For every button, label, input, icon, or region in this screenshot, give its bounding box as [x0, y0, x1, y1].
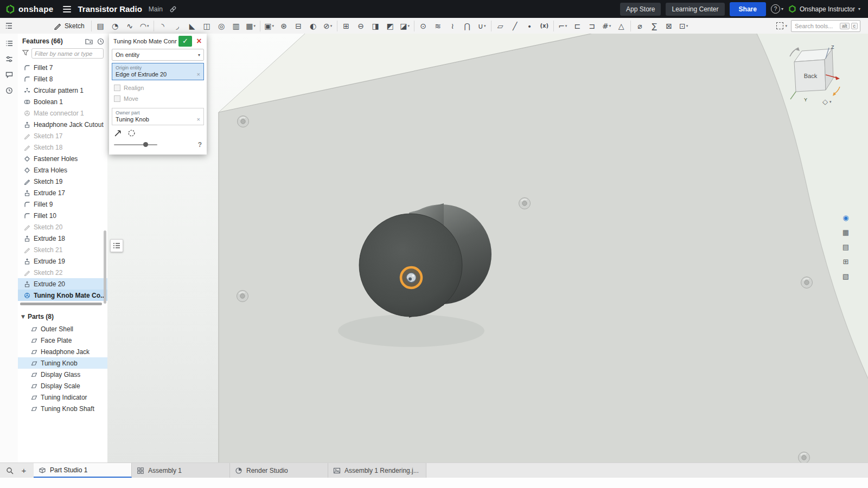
feature-item[interactable]: Sketch 20 [18, 221, 107, 233]
part-item[interactable]: Face Plate [18, 335, 107, 346]
hamburger-menu-icon[interactable] [63, 6, 71, 12]
configurations-panel-button[interactable] [4, 54, 15, 65]
replace-face-tool-icon[interactable]: ◩ [383, 20, 398, 33]
part-item[interactable]: Headphone Jack [18, 346, 107, 357]
transform-tool-icon[interactable]: ⊞ [339, 20, 354, 33]
sheet-metal-tab-tool-icon[interactable]: ⊐ [585, 20, 599, 33]
appearance-panel-icon[interactable]: ◉ [840, 211, 852, 224]
helix-tool-icon[interactable]: ≋ [431, 20, 445, 33]
plane-tool-icon[interactable]: ▱ [493, 20, 508, 33]
thicken-tool-icon[interactable]: ▦▾ [244, 20, 258, 33]
feature-tree-toggle-icon[interactable] [2, 20, 15, 33]
feature-item[interactable]: Mate connector 1 [18, 107, 107, 119]
point-tool-icon[interactable]: ∙ [522, 20, 537, 33]
named-views-panel-icon[interactable]: ▤ [840, 241, 852, 253]
feature-item[interactable]: Extrude 18 [18, 233, 107, 244]
document-tab[interactable]: Part Studio 1 [34, 463, 132, 478]
screw-hole[interactable] [799, 452, 810, 464]
variable-tool-icon[interactable]: (x) [537, 20, 552, 33]
feature-item[interactable]: Fastener Holes [18, 153, 107, 164]
display-states-panel-icon[interactable]: ▦ [840, 226, 852, 239]
share-link-icon[interactable] [169, 5, 177, 13]
entity-mode-dropdown[interactable]: On entity ▾ [112, 49, 204, 61]
plate-front-face[interactable] [219, 34, 868, 463]
rollback-history-icon[interactable] [97, 38, 104, 45]
feature-item[interactable]: Tuning Knob Mate Co... [18, 290, 107, 301]
feature-filter-input[interactable] [31, 48, 104, 59]
feature-item[interactable]: Headphone Jack Cutout [18, 119, 107, 130]
document-tab[interactable]: Render Studio [230, 463, 328, 478]
app-store-button[interactable]: App Store [620, 3, 661, 16]
extrude-tool-icon[interactable]: ▤ [93, 20, 108, 33]
axis-tool-icon[interactable]: ╱ [508, 20, 522, 33]
view-cube[interactable]: Back Z Y [786, 43, 842, 106]
mate-connector-highlight[interactable] [401, 267, 422, 288]
feature-item[interactable]: Sketch 21 [18, 244, 107, 255]
part-item[interactable]: Display Scale [18, 380, 107, 391]
add-tab-button[interactable]: + [18, 465, 29, 476]
move-face-tool-icon[interactable]: ◨ [368, 20, 383, 33]
feature-item[interactable]: Sketch 17 [18, 130, 107, 142]
marquee-select-button[interactable]: ▾ [776, 22, 787, 29]
rotate-axis-button[interactable] [127, 129, 136, 137]
chamfer-tool-icon[interactable]: ◞ [170, 20, 185, 33]
document-tab[interactable]: Assembly 1 [132, 463, 230, 478]
loft-tool-icon[interactable]: ◠▾ [137, 20, 152, 33]
workspace-name[interactable]: Main [149, 5, 163, 13]
configurations-panel-icon[interactable]: ⊞ [840, 255, 852, 268]
split-tool-icon[interactable]: ⊘▾ [321, 20, 335, 33]
share-button[interactable]: Share [730, 2, 766, 16]
circular-pattern-tool-icon[interactable]: ⊛ [277, 20, 291, 33]
confirm-button[interactable]: ✓ [178, 36, 192, 47]
model-viewport[interactable] [107, 34, 868, 463]
feature-item[interactable]: Fillet 7 [18, 62, 107, 73]
move-option[interactable]: Move [109, 93, 207, 104]
view-options-button[interactable]: ◇ ▾ [822, 98, 832, 106]
screw-hole[interactable] [238, 116, 249, 127]
mirror-tool-icon[interactable]: ⊟ [291, 20, 306, 33]
feature-item[interactable]: Extrude 17 [18, 187, 107, 198]
help-menu[interactable]: ? ▾ [771, 4, 783, 14]
sweep-tool-icon[interactable]: ∿ [123, 20, 137, 33]
part-item[interactable]: Tuning Indicator [18, 391, 107, 403]
projected-curve-tool-icon[interactable]: ⋂ [460, 20, 475, 33]
sheet-metal-model-tool-icon[interactable]: ⌐▾ [556, 20, 570, 33]
part-item[interactable]: Tuning Knob [18, 357, 107, 369]
realign-checkbox[interactable] [114, 85, 120, 91]
realign-option[interactable]: Realign [109, 82, 207, 93]
sketch-button[interactable]: Sketch [49, 21, 90, 31]
spline-tool-icon[interactable]: ≀ [445, 20, 460, 33]
feature-item[interactable]: Circular pattern 1 [18, 85, 107, 96]
search-tools-input[interactable] [794, 22, 838, 30]
composite-curve-tool-icon[interactable]: ∪▾ [475, 20, 489, 33]
feature-item[interactable]: Extrude 20 [18, 278, 107, 290]
owner-part-field[interactable]: Owner part Tuning Knob × [112, 108, 204, 125]
cancel-button[interactable]: × [194, 36, 205, 47]
rib-tool-icon[interactable]: ▥ [229, 20, 244, 33]
graphics-area[interactable]: Back Z Y ◇ ▾ ◉▦▤⊞▧ Tuning Knob Mate Conn… [107, 34, 868, 463]
move-checkbox[interactable] [114, 95, 120, 102]
delete-part-tool-icon[interactable]: ⊖ [354, 20, 368, 33]
flange-tool-icon[interactable]: ⊏ [570, 20, 585, 33]
measure-tool-icon[interactable]: ⌀ [633, 20, 647, 33]
create-folder-icon[interactable] [85, 38, 93, 45]
linear-pattern-tool-icon[interactable]: ▣▾ [262, 20, 277, 33]
offset-surface-tool-icon[interactable]: ◪▾ [398, 20, 412, 33]
rotation-slider-handle[interactable] [143, 142, 148, 147]
feature-item[interactable]: Extrude 19 [18, 255, 107, 267]
rollback-list-button[interactable] [110, 239, 123, 252]
screw-hole[interactable] [237, 291, 248, 302]
feature-item[interactable]: Sketch 19 [18, 176, 107, 187]
hole-tool-icon[interactable]: ◎ [214, 20, 229, 33]
clear-selection-icon[interactable]: × [197, 71, 200, 78]
view-cube-face-label[interactable]: Back [804, 73, 818, 79]
draft-tool-icon[interactable]: ◣ [185, 20, 200, 33]
rotation-slider[interactable] [114, 144, 157, 145]
mass-properties-tool-icon[interactable]: ∑ [647, 20, 662, 33]
flip-axis-button[interactable] [114, 129, 122, 137]
account-menu[interactable]: Onshape Instructor ▾ [788, 5, 860, 13]
learning-center-button[interactable]: Learning Center [666, 3, 724, 16]
part-item[interactable]: Outer Shell [18, 323, 107, 335]
boolean-tool-icon[interactable]: ◐ [306, 20, 321, 33]
custom-tables-panel-icon[interactable]: ▧ [840, 270, 852, 282]
